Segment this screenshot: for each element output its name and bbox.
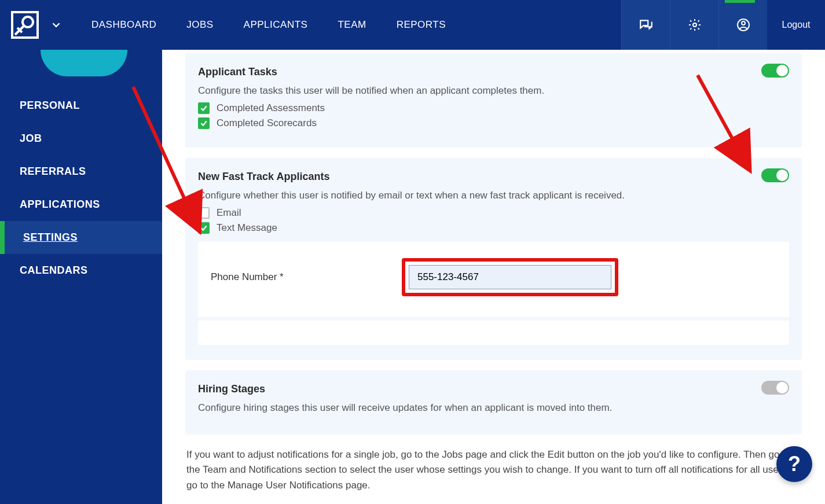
sidebar: PERSONAL JOB REFERRALS APPLICATIONS SETT… [0,50,162,504]
user-icon [736,18,750,32]
topbar-right: Logout [621,0,825,50]
check-email[interactable]: Email [198,207,789,219]
check-completed-scorecards[interactable]: Completed Scorecards [198,117,789,129]
messages-button[interactable] [621,0,670,50]
card-desc: Configure the tasks this user will be no… [198,85,789,97]
topbar: DASHBOARD JOBS APPLICANTS TEAM REPORTS L… [0,0,825,50]
sidebar-items: PERSONAL JOB REFERRALS APPLICATIONS SETT… [0,89,162,287]
svg-point-4 [693,23,696,27]
phone-input[interactable] [409,265,611,289]
active-tab-indicator [725,0,755,3]
avatar [41,50,127,76]
sidebar-item-calendars[interactable]: CALENDARS [0,254,162,287]
card-hiring-stages: Hiring Stages Configure hiring stages th… [185,370,802,435]
nav-reports[interactable]: REPORTS [397,19,446,31]
checkbox-icon [198,222,210,234]
card-title: New Fast Track Applicants [198,171,789,183]
nav-dashboard[interactable]: DASHBOARD [91,19,156,31]
card-applicant-tasks: Applicant Tasks Configure the tasks this… [185,53,802,148]
sidebar-item-applications[interactable]: APPLICATIONS [0,188,162,221]
settings-button[interactable] [670,0,718,50]
card-title: Hiring Stages [198,383,789,395]
sidebar-item-personal[interactable]: PERSONAL [0,89,162,122]
card-desc: Configure whether this user is notified … [198,190,789,201]
card-fast-track: New Fast Track Applicants Configure whet… [185,158,802,360]
card-desc: Configure hiring stages this user will r… [198,402,789,414]
phone-label: Phone Number * [211,271,384,283]
profile-button[interactable] [718,0,767,50]
main-nav: DASHBOARD JOBS APPLICANTS TEAM REPORTS [91,19,446,31]
toggle-applicant-tasks[interactable] [761,64,789,78]
chevron-down-icon [52,21,60,29]
checkbox-icon [198,207,210,219]
check-completed-assessments[interactable]: Completed Assessments [198,102,789,114]
app-logo[interactable] [0,0,50,50]
sidebar-item-referrals[interactable]: REFERRALS [0,155,162,188]
org-switcher[interactable] [50,21,63,29]
check-text-message[interactable]: Text Message [198,222,789,234]
help-fab[interactable]: ? [776,446,812,482]
logout-button[interactable]: Logout [767,0,825,50]
checkbox-icon [198,102,210,114]
nav-applicants[interactable]: APPLICANTS [244,19,308,31]
gear-icon [688,18,702,32]
phone-input-highlight [402,258,618,296]
logo-icon [10,10,39,39]
toggle-hiring-stages[interactable] [761,381,789,395]
sidebar-item-settings[interactable]: SETTINGS [0,221,162,254]
main-content[interactable]: Applicant Tasks Configure the tasks this… [162,50,825,504]
check-label: Text Message [217,222,277,234]
checkbox-icon [198,117,210,129]
check-label: Completed Assessments [217,102,325,114]
nav-jobs[interactable]: JOBS [186,19,213,31]
nav-team[interactable]: TEAM [338,19,366,31]
check-label: Email [217,207,241,219]
phone-panel: Phone Number * [198,242,789,317]
panel-spacer [198,321,789,345]
toggle-fast-track[interactable] [761,168,789,182]
check-label: Completed Scorecards [217,117,317,129]
svg-point-1 [23,17,33,27]
svg-point-6 [742,21,745,25]
card-title: Applicant Tasks [198,66,789,78]
chat-icon [639,17,654,32]
sidebar-item-job[interactable]: JOB [0,122,162,155]
help-text: If you want to adjust notifications for … [186,447,801,493]
